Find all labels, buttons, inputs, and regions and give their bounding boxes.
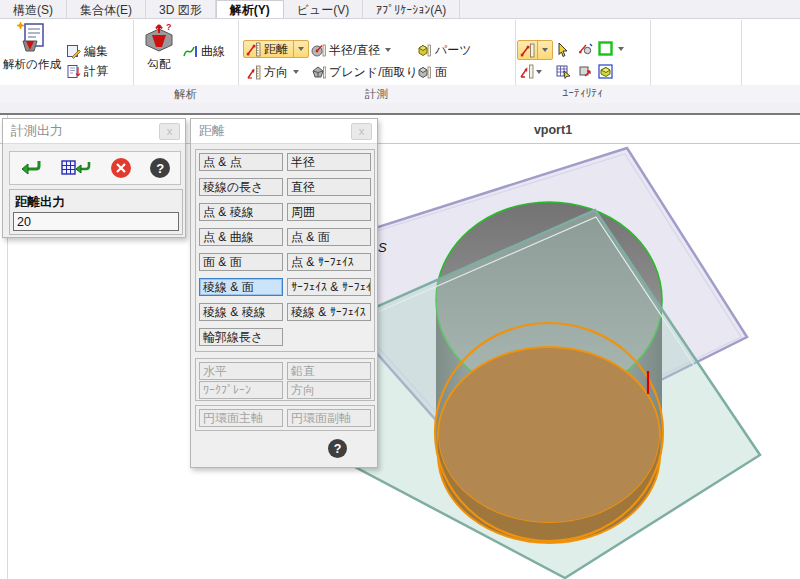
calc-analysis-button[interactable]: 計算 xyxy=(66,62,108,80)
gradient-button[interactable]: ? 勾配 xyxy=(136,21,182,72)
distance-mode-button[interactable]: 点 & 点 xyxy=(199,153,283,171)
chevron-down-icon xyxy=(385,48,391,52)
create-analysis-icon xyxy=(15,21,49,55)
radius-diameter-button[interactable]: 半径/直径 xyxy=(311,41,391,59)
constraint-button: 鉛直 xyxy=(287,362,371,380)
select-arrow-icon xyxy=(556,42,571,57)
menu-tab[interactable]: 3D 図形 xyxy=(146,0,216,18)
accept-return-button[interactable] xyxy=(20,159,42,177)
distance-mode-button[interactable]: 周囲 xyxy=(287,203,371,221)
measure-snap-icon xyxy=(578,41,593,56)
menu-tab[interactable]: 解析(Y) xyxy=(216,0,284,18)
distance-title: 距離 xyxy=(199,122,225,140)
chevron-down-icon xyxy=(618,47,624,51)
distance-mode-button[interactable]: 点 & ｻｰﾌｪｲｽ xyxy=(287,253,371,271)
measure-output-titlebar[interactable]: 計測出力 x xyxy=(3,119,185,144)
face-label: 面 xyxy=(435,64,447,81)
application-window: 構造(S)集合体(E)3D 図形解析(Y)ビュー(V)ｱﾌﾟﾘｹｰｼｮﾝ(A) … xyxy=(0,0,800,579)
measure-output-panel: 計測出力 x ? 距離出力 xyxy=(2,118,186,238)
measure-output-title: 計測出力 xyxy=(11,122,63,140)
cancel-button[interactable] xyxy=(111,158,131,178)
blend-chamfer-button[interactable]: ブレンド/面取り xyxy=(311,63,418,81)
utility-select-tool[interactable] xyxy=(556,42,571,57)
chevron-down-icon xyxy=(298,47,304,51)
measure-output-toolbar: ? xyxy=(9,151,181,185)
help-button[interactable]: ? xyxy=(328,439,347,458)
distance-mode-button[interactable]: 輪郭線長さ xyxy=(199,328,283,346)
curve-icon xyxy=(183,44,198,59)
curve-analysis-button[interactable]: 曲線 xyxy=(183,42,225,60)
distance-mode-button[interactable]: ｻｰﾌｪｲｽ & ｻｰﾌｪｲｽ xyxy=(287,278,371,296)
utility-table-select-tool[interactable] xyxy=(556,64,571,79)
distance-mode-button[interactable]: 点 & 稜線 xyxy=(199,203,283,221)
table-return-button[interactable] xyxy=(61,159,91,177)
distance-help-area: ? xyxy=(195,435,375,463)
distance-mode-button[interactable]: 点 & 曲線 xyxy=(199,228,283,246)
close-button[interactable]: x xyxy=(351,123,372,140)
distance-mode-col2: 半径直径周囲点 & 面点 & ｻｰﾌｪｲｽｻｰﾌｪｲｽ & ｻｰﾌｪｲｽ稜線 &… xyxy=(287,153,371,321)
constraint-button: ﾜｰｸﾌﾟﾚｰﾝ xyxy=(199,381,283,399)
close-icon: x xyxy=(167,126,173,136)
distance-mode-button[interactable]: 直径 xyxy=(287,178,371,196)
chevron-down-icon xyxy=(293,70,299,74)
help-button[interactable]: ? xyxy=(150,158,170,178)
create-analysis-label: 解析の作成 xyxy=(3,58,61,70)
help-icon: ? xyxy=(156,161,164,176)
group-label-utility: ﾕｰﾃｨﾘﾃｨ xyxy=(515,87,650,99)
constraint-row-2: ﾜｰｸﾌﾟﾚｰﾝ方向 xyxy=(199,381,371,399)
measure-face-icon xyxy=(417,65,432,80)
parts-button[interactable]: パーツ xyxy=(417,41,472,59)
menu-tab[interactable]: ｱﾌﾟﾘｹｰｼｮﾝ(A) xyxy=(363,0,460,18)
edit-icon xyxy=(66,44,81,59)
menu-tab[interactable]: 構造(S) xyxy=(0,0,67,18)
utility-shaded-box-tool[interactable] xyxy=(598,64,613,79)
distance-mode-button[interactable]: 点 & 面 xyxy=(287,228,371,246)
measure-direction-icon xyxy=(246,65,261,80)
edit-label: 編集 xyxy=(84,43,108,60)
menu-tab[interactable]: 集合体(E) xyxy=(67,0,146,18)
distance-titlebar[interactable]: 距離 x xyxy=(191,119,377,144)
scene-annotation: S xyxy=(378,240,387,255)
distance-output-field[interactable]: 20 xyxy=(13,212,179,231)
group-label-measure: 計測 xyxy=(238,87,515,102)
distance-mode-col1: 点 & 点稜線の長さ点 & 稜線点 & 曲線面 & 面稜線 & 面稜線 & 稜線… xyxy=(199,153,283,346)
distance-mode-button[interactable]: 面 & 面 xyxy=(199,253,283,271)
distance-mode-button[interactable]: 稜線 & 稜線 xyxy=(199,303,283,321)
distance-mode-button[interactable]: 稜線 & 面 xyxy=(199,278,283,296)
cancel-x-icon xyxy=(116,163,126,173)
ribbon-bottom-edge xyxy=(0,103,800,115)
constraint-button: 方向 xyxy=(287,381,371,399)
distance-button[interactable]: 距離 xyxy=(243,40,309,58)
constraint-button: 水平 xyxy=(199,362,283,380)
close-button[interactable]: x xyxy=(159,123,180,140)
distance-mode-button[interactable]: 半径 xyxy=(287,153,371,171)
help-icon: ? xyxy=(334,442,342,456)
distance-dropdown[interactable] xyxy=(293,41,306,57)
utility-distance-dropdown[interactable] xyxy=(537,41,550,59)
close-icon: x xyxy=(359,126,365,136)
blend-chamfer-label: ブレンド/面取り xyxy=(329,64,418,81)
utility-distance-tool[interactable] xyxy=(517,40,553,60)
direction-button[interactable]: 方向 xyxy=(246,63,299,81)
utility-measure-snap-tool[interactable] xyxy=(578,41,593,56)
move-measure-icon xyxy=(578,64,593,79)
calculate-icon xyxy=(66,64,81,79)
distance-mode-button[interactable]: 稜線 & ｻｰﾌｪｲｽ xyxy=(287,303,371,321)
measure-blend-icon xyxy=(311,65,326,80)
radius-diameter-label: 半径/直径 xyxy=(329,42,380,59)
menu-tab[interactable]: ビュー(V) xyxy=(284,0,364,18)
gradient-label: 勾配 xyxy=(148,58,171,70)
distance-output-label: 距離出力 xyxy=(10,190,182,211)
edit-analysis-button[interactable]: 編集 xyxy=(66,42,108,60)
region-box-icon xyxy=(598,41,613,56)
utility-direction-tool[interactable] xyxy=(519,64,542,79)
curve-label: 曲線 xyxy=(201,43,225,60)
utility-region-tool[interactable] xyxy=(598,41,624,56)
face-button[interactable]: 面 xyxy=(417,63,447,81)
measure-radius-icon xyxy=(311,43,326,58)
create-analysis-button[interactable]: 解析の作成 xyxy=(2,21,62,72)
distance-mode-button[interactable]: 稜線の長さ xyxy=(199,178,283,196)
shaded-box-icon xyxy=(598,64,613,79)
distance-output-group: 距離出力 20 xyxy=(9,189,183,235)
utility-move-measure-tool[interactable] xyxy=(578,64,593,79)
